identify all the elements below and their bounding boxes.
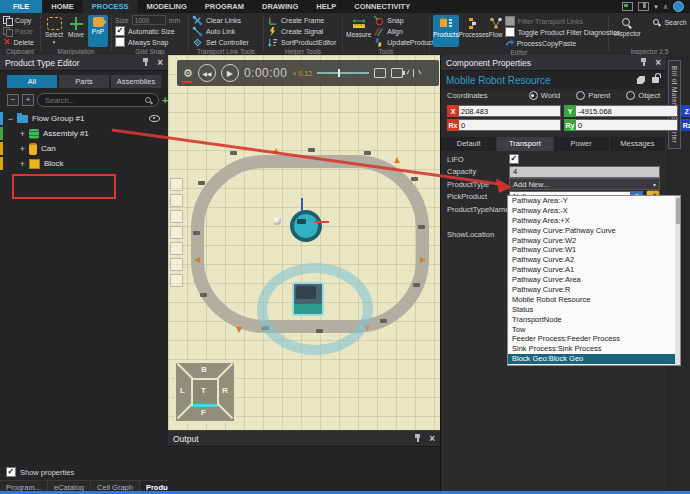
window-layout-icon[interactable] bbox=[638, 2, 649, 11]
close-icon[interactable]: × bbox=[157, 58, 163, 68]
move-button[interactable]: Move bbox=[66, 15, 86, 47]
update-products-button[interactable]: UpdateProducts bbox=[373, 37, 437, 47]
render-mode-icon[interactable] bbox=[622, 2, 633, 11]
record-video-icon[interactable] bbox=[391, 68, 403, 78]
dropdown-item[interactable]: Sink Process:Sink Process bbox=[508, 344, 680, 354]
expand-icon[interactable]: + bbox=[18, 159, 27, 169]
tab-home[interactable]: HOME bbox=[42, 0, 83, 13]
tab-default[interactable]: Default bbox=[441, 137, 497, 151]
always-snap-checkbox[interactable]: Always Snap bbox=[115, 37, 180, 47]
connectivity-icon[interactable] bbox=[408, 69, 418, 77]
create-signal-button[interactable]: Create Signal bbox=[267, 26, 336, 36]
pin-icon[interactable] bbox=[640, 58, 647, 67]
account-avatar[interactable] bbox=[673, 1, 684, 12]
flow-button[interactable]: Flow bbox=[489, 15, 503, 47]
grid-size-input[interactable] bbox=[132, 15, 166, 25]
processes-button[interactable]: Processes bbox=[461, 15, 487, 47]
screenshot-icon[interactable] bbox=[374, 68, 386, 78]
view-cube-back[interactable]: B bbox=[201, 365, 207, 374]
viewport-tool-icon[interactable] bbox=[170, 194, 183, 207]
dropdown-item[interactable]: Pathway Curve:W1 bbox=[508, 245, 680, 255]
collapse-icon[interactable]: − bbox=[6, 114, 15, 124]
dropdown-item[interactable]: Feeder Process:Feeder Process bbox=[508, 334, 680, 344]
process-copy-paste-button[interactable]: ProcessCopyPaste bbox=[505, 38, 620, 48]
x-input[interactable] bbox=[459, 105, 561, 117]
tab-help[interactable]: HELP bbox=[307, 0, 345, 13]
tab-connectivity[interactable]: CONNECTIVITY bbox=[345, 0, 419, 13]
unlock-icon[interactable] bbox=[652, 77, 659, 83]
capacity-input[interactable] bbox=[509, 166, 660, 178]
automatic-size-checkbox[interactable]: Automatic Size bbox=[115, 26, 180, 36]
dropdown-item[interactable]: Mobile Robot Resource bbox=[508, 295, 680, 305]
dropdown-item[interactable]: Pathway Curve:R bbox=[508, 285, 680, 295]
delete-button[interactable]: ✕Delete bbox=[3, 37, 34, 47]
tab-messages[interactable]: Messages bbox=[610, 137, 666, 151]
close-icon[interactable]: × bbox=[429, 434, 435, 444]
expand-all-button[interactable]: + bbox=[22, 94, 34, 106]
rx-input[interactable] bbox=[459, 119, 561, 131]
visibility-eye-icon[interactable] bbox=[149, 115, 160, 122]
viewport-tool-icon[interactable] bbox=[170, 226, 183, 239]
tree-item-assembly[interactable]: + Assembly #1 bbox=[0, 126, 168, 141]
close-icon[interactable]: × bbox=[655, 58, 661, 68]
dropdown-item-selected[interactable]: Block Geo:Block Geo bbox=[508, 354, 680, 364]
products-button[interactable]: Products bbox=[433, 15, 459, 47]
dropdown-item[interactable]: Pathway Area:-X bbox=[508, 206, 680, 216]
tab-process[interactable]: PROCESS bbox=[83, 0, 138, 13]
tab-power[interactable]: Power bbox=[554, 137, 610, 151]
align-button[interactable]: Align bbox=[373, 26, 437, 36]
tab-program[interactable]: PROGRAM bbox=[196, 0, 253, 13]
paste-button[interactable]: Paste bbox=[3, 26, 34, 36]
lifo-checkbox[interactable] bbox=[509, 154, 519, 164]
snap-button[interactable]: Snap bbox=[373, 15, 437, 25]
dropdown-item[interactable]: Pathway Area:-Y bbox=[508, 196, 680, 206]
tab-modeling[interactable]: MODELING bbox=[137, 0, 195, 13]
set-controller-button[interactable]: Set Controller bbox=[192, 37, 249, 47]
speed-slider[interactable] bbox=[317, 72, 369, 74]
dropdown-item[interactable]: Pathway Area:+X bbox=[508, 216, 680, 226]
layout-dropdown-caret-icon[interactable]: ▾ bbox=[654, 0, 658, 13]
tab-parts[interactable]: Parts bbox=[59, 75, 109, 88]
search-input[interactable] bbox=[43, 95, 144, 106]
toggle-product-filter-diagnostics-checkbox[interactable]: Toggle Product Filter Diagnostics bbox=[505, 27, 620, 37]
coord-world-radio[interactable]: World bbox=[529, 91, 560, 100]
sort-product-editor-button[interactable]: SortProductEditor bbox=[267, 37, 336, 47]
play-button[interactable]: ▶ bbox=[221, 64, 239, 82]
3d-viewport[interactable]: ⚙ ◀◀ ▶ 0:00:00 × 0.12 B L T R F bbox=[168, 55, 440, 430]
viewport-tool-icon[interactable] bbox=[170, 210, 183, 223]
tab-drawing[interactable]: DRAWING bbox=[253, 0, 307, 13]
expand-icon[interactable]: + bbox=[18, 129, 27, 139]
select-button[interactable]: Select▾ bbox=[44, 15, 64, 47]
viewport-tool-icon[interactable] bbox=[170, 274, 183, 287]
copy-button[interactable]: Copy bbox=[3, 15, 34, 25]
tree-item-flow-group[interactable]: − Flow Group #1 bbox=[0, 111, 168, 126]
view-cube-left[interactable]: L bbox=[180, 386, 185, 395]
dropdown-item[interactable]: Pathway Curve:Area bbox=[508, 275, 680, 285]
viewport-tool-icon[interactable] bbox=[170, 258, 183, 271]
product-type-select[interactable]: Add New...▾ bbox=[509, 178, 660, 190]
tree-item-block[interactable]: + Block bbox=[0, 156, 168, 171]
view-cube[interactable]: B L T R F bbox=[174, 361, 236, 423]
coord-object-radio[interactable]: Object bbox=[626, 91, 660, 100]
reset-simulation-button[interactable]: ◀◀ bbox=[198, 64, 216, 82]
dropdown-item[interactable]: Status bbox=[508, 305, 680, 315]
pnp-button[interactable]: PnP bbox=[88, 15, 108, 47]
tab-assemblies[interactable]: Assemblies bbox=[111, 75, 161, 88]
measure-button[interactable]: Measure bbox=[346, 15, 371, 47]
tab-all[interactable]: All bbox=[7, 75, 57, 88]
auto-link-button[interactable]: Auto Link bbox=[192, 26, 249, 36]
mobile-robot[interactable] bbox=[290, 210, 322, 242]
collapse-all-button[interactable]: − bbox=[7, 94, 19, 106]
dropdown-item[interactable]: Pathway Curve:A2 bbox=[508, 255, 680, 265]
view-cube-front[interactable]: F bbox=[201, 408, 206, 417]
sphere-object[interactable] bbox=[273, 217, 281, 225]
show-properties-checkbox[interactable]: Show properties bbox=[0, 463, 168, 478]
simulation-settings-gear-icon[interactable]: ⚙ bbox=[183, 68, 193, 79]
view-cube-right[interactable]: R bbox=[222, 386, 228, 395]
dropdown-item[interactable]: Pathway Curve:Pathway Curve bbox=[508, 226, 680, 236]
ry-input[interactable] bbox=[576, 119, 678, 131]
pin-icon[interactable] bbox=[142, 58, 149, 67]
dropdown-scrollbar[interactable] bbox=[675, 196, 680, 365]
filter-transport-links-checkbox[interactable]: Filter Transport Links bbox=[505, 16, 620, 26]
tag-icon[interactable] bbox=[637, 76, 645, 84]
